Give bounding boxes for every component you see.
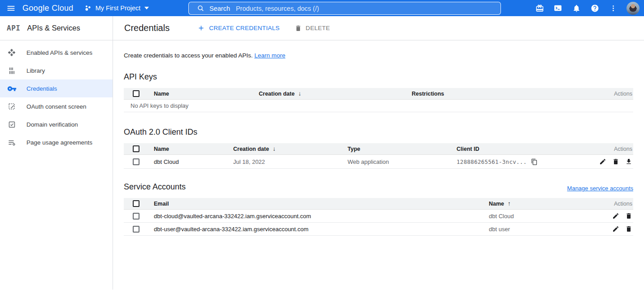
col-header-actions: Actions [584,146,633,152]
col-header-actions: Actions [584,91,633,97]
sidebar-nav: Enabled APIs & services Library Credenti… [0,40,113,290]
chevron-down-icon [144,7,149,9]
sidebar-item-page-usage[interactable]: Page usage agreements [0,133,113,151]
col-header-actions: Actions [584,201,633,207]
col-header-email: Email [154,201,489,207]
oauth-clients-table: Name Creation date↓ Type Client ID Actio… [124,143,633,169]
delete-row-button[interactable] [625,212,632,220]
topbar-actions [531,0,640,16]
row-checkbox[interactable] [133,213,139,220]
key-icon [7,83,17,93]
trash-icon [625,212,632,220]
page-header: Credentials CREATE CREDENTIALS DELETE [113,16,644,40]
help-button[interactable] [587,0,603,16]
service-accounts-header: Service Accounts Manage service accounts [124,182,633,192]
search-label: Search [209,5,230,12]
empty-state-text: No API keys to display [124,102,188,109]
trash-icon [625,225,632,233]
product-header: API APIs & Services [0,16,113,40]
intro-text: Create credentials to access your enable… [124,52,633,59]
edit-button[interactable] [612,212,619,220]
col-header-client-id: Client ID [457,146,584,152]
sidebar-item-domain-verification[interactable]: Domain verification [0,115,113,133]
oauth-table-header: Name Creation date↓ Type Client ID Actio… [124,143,633,155]
oauth-clients-heading: OAuth 2.0 Client IDs [124,127,633,137]
sort-descending-icon: ↓ [273,145,276,152]
row-checkbox[interactable] [133,158,139,165]
copy-client-id-button[interactable] [531,158,538,165]
sidebar-item-credentials[interactable]: Credentials [0,79,113,97]
plus-icon [197,24,205,32]
col-header-name[interactable]: Name [154,91,259,97]
terminal-icon [553,4,562,13]
gift-icon [535,4,544,13]
service-account-email: dbt-user@vaulted-arcana-332422.iam.gserv… [154,226,489,233]
delete-row-button[interactable] [625,225,632,233]
client-id-value: 128886265561-3ncv... [457,158,527,165]
select-all-checkbox[interactable] [133,145,139,152]
gcp-console-page: Google Cloud My First Project Search [0,0,644,290]
oauth-consent-icon [7,101,17,111]
page-title: Credentials [124,23,170,33]
table-row: dbt-cloud@vaulted-arcana-332422.iam.gser… [124,210,633,223]
pencil-icon [612,212,619,220]
download-icon [625,158,632,165]
manage-service-accounts-link[interactable]: Manage service accounts [567,185,633,192]
menu-button[interactable] [3,0,19,16]
product-title: APIs & Services [27,24,80,32]
free-trial-gift-button[interactable] [531,0,548,16]
edit-button[interactable] [612,225,619,233]
kebab-menu-icon [609,4,617,12]
trash-icon [612,158,619,165]
google-cloud-logo: Google Cloud [22,4,74,13]
help-icon [591,4,599,13]
select-all-checkbox[interactable] [133,90,139,97]
row-checkbox[interactable] [133,226,139,233]
download-button[interactable] [625,158,632,165]
main-content: Create credentials to access your enable… [113,40,644,290]
api-product-icon: API [7,24,20,32]
create-credentials-button[interactable]: CREATE CREDENTIALS [197,24,279,32]
api-keys-table: Name Creation date↓ Restrictions Actions… [124,88,633,112]
sidebar-item-library[interactable]: Library [0,62,113,79]
bell-icon [572,4,581,13]
col-header-name[interactable]: Name↑ [489,200,584,207]
delete-button[interactable]: DELETE [295,25,330,32]
service-account-email: dbt-cloud@vaulted-arcana-332422.iam.gser… [154,213,489,220]
enabled-apis-icon [7,48,17,57]
sidebar-item-enabled-apis[interactable]: Enabled APIs & services [0,44,113,62]
search-icon [197,4,205,12]
notifications-button[interactable] [568,0,584,16]
sidebar-item-oauth-consent[interactable]: OAuth consent screen [0,97,113,115]
col-header-creation-date[interactable]: Creation date↓ [233,145,348,152]
service-account-name: dbt Cloud [489,213,584,220]
library-icon [7,66,17,75]
service-account-name: dbt user [489,226,584,233]
api-keys-heading: API Keys [124,72,633,82]
account-avatar[interactable] [627,2,640,15]
subheader: API APIs & Services Credentials CREATE C… [0,16,644,40]
search-bar[interactable]: Search [188,2,501,15]
col-header-creation-date[interactable]: Creation date↓ [259,90,412,97]
sort-ascending-icon: ↑ [508,200,511,207]
project-icon [84,4,91,12]
search-input[interactable] [236,5,500,12]
service-accounts-table: Email Name↑ Actions dbt-cloud@vaulted-ar… [124,198,633,236]
topbar: Google Cloud My First Project Search [0,0,644,16]
delete-row-button[interactable] [612,158,619,165]
col-header-name[interactable]: Name [154,146,233,152]
edit-button[interactable] [599,158,606,165]
sort-descending-icon: ↓ [298,90,301,97]
col-header-restrictions: Restrictions [412,91,584,97]
api-keys-empty-row: No API keys to display [124,100,633,112]
more-options-button[interactable] [605,0,621,16]
oauth-client-type: Web application [348,158,457,165]
oauth-client-date: Jul 18, 2022 [233,158,348,165]
project-switcher[interactable]: My First Project [84,4,149,12]
col-header-type: Type [348,146,457,152]
cloud-shell-button[interactable] [550,0,566,16]
select-all-checkbox[interactable] [133,200,139,207]
table-row: dbt Cloud Jul 18, 2022 Web application 1… [124,155,633,169]
table-row: dbt-user@vaulted-arcana-332422.iam.gserv… [124,223,633,236]
learn-more-link[interactable]: Learn more [254,52,285,59]
